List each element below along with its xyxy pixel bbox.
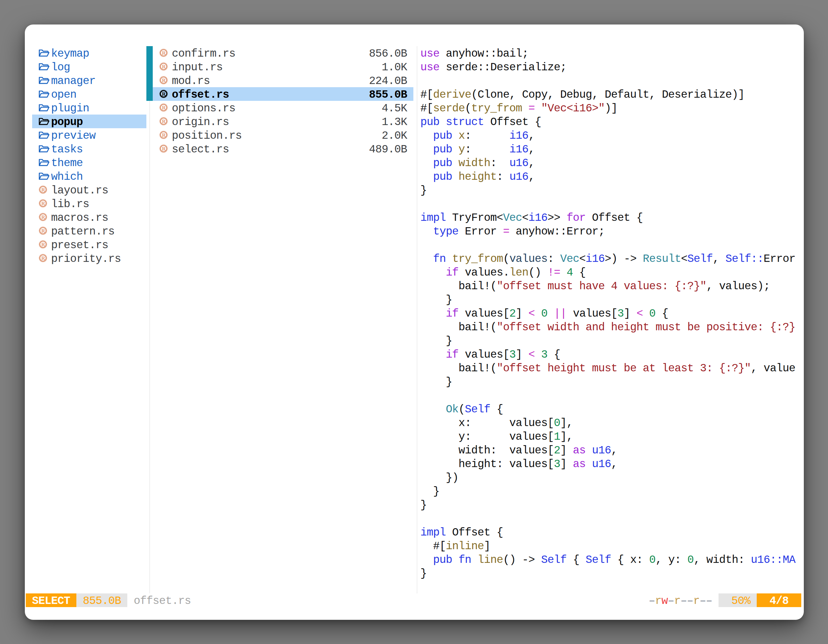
svg-text:R: R [162, 50, 166, 56]
svg-text:R: R [162, 105, 166, 111]
svg-text:R: R [162, 132, 166, 138]
svg-text:R: R [162, 77, 166, 83]
svg-text:R: R [41, 187, 45, 193]
svg-text:R: R [162, 64, 166, 70]
svg-text:R: R [162, 118, 166, 124]
svg-text:R: R [41, 228, 45, 234]
svg-text:R: R [41, 214, 45, 220]
svg-text:R: R [41, 255, 45, 261]
svg-text:R: R [41, 201, 45, 207]
svg-text:R: R [162, 91, 166, 97]
svg-text:R: R [162, 146, 166, 152]
svg-text:R: R [41, 241, 45, 248]
